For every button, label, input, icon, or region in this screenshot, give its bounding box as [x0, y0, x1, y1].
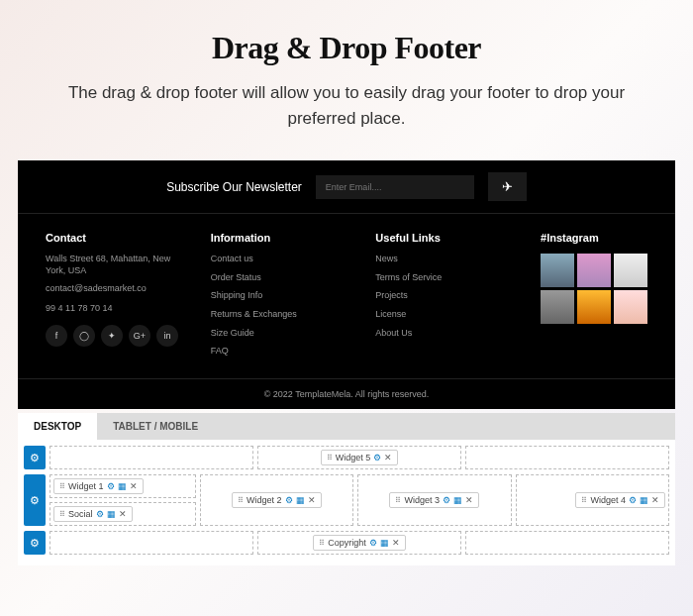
widget-chip-2[interactable]: ⠿Widget 2⚙▦✕	[232, 492, 322, 508]
widget-label: Widget 1	[68, 481, 104, 491]
instagram-thumb[interactable]	[577, 290, 611, 324]
close-icon[interactable]: ✕	[384, 453, 392, 462]
drag-handle-icon: ⠿	[59, 482, 65, 491]
drop-zone[interactable]: ⠿Social⚙▦✕	[50, 502, 196, 526]
drop-zone[interactable]	[50, 531, 253, 555]
widget-label: Copyright	[328, 538, 366, 548]
contact-email: contact@sadesmarket.co	[46, 283, 181, 295]
widget-chip-5[interactable]: ⠿Widget 5⚙✕	[321, 450, 399, 465]
useful-link[interactable]: License	[375, 309, 511, 321]
drag-handle-icon: ⠿	[59, 510, 65, 519]
drop-zone[interactable]	[465, 446, 669, 469]
widget-chip-3[interactable]: ⠿Widget 3⚙▦✕	[389, 492, 479, 508]
info-link[interactable]: Size Guide	[211, 328, 346, 340]
newsletter-bar: Subscribe Our Newsletter ✈	[18, 160, 675, 214]
drop-zone[interactable]: ⠿Widget 2⚙▦✕	[200, 474, 354, 526]
widget-label: Widget 5	[336, 453, 371, 462]
drop-zone[interactable]	[50, 446, 253, 469]
row-settings-button[interactable]: ⚙	[24, 446, 46, 469]
drop-zone[interactable]: ⠿Copyright⚙▦✕	[257, 531, 461, 555]
drag-handle-icon: ⠿	[581, 496, 587, 505]
footer-builder: DESKTOP TABLET / MOBILE ⚙ ⠿Widget 5⚙✕ ⚙ …	[18, 413, 675, 565]
info-link[interactable]: FAQ	[211, 346, 346, 358]
close-icon[interactable]: ✕	[308, 495, 316, 505]
gear-icon: ⚙	[30, 452, 40, 464]
widget-chip-copyright[interactable]: ⠿Copyright⚙▦✕	[313, 535, 406, 551]
widget-label: Social	[68, 509, 93, 519]
close-icon[interactable]: ✕	[651, 495, 659, 505]
close-icon[interactable]: ✕	[130, 481, 138, 491]
gear-icon[interactable]: ⚙	[443, 495, 450, 505]
instagram-thumb[interactable]	[577, 254, 611, 287]
builder-tabs: DESKTOP TABLET / MOBILE	[18, 413, 675, 440]
page-subtitle: The drag & drop footer will allow you to…	[59, 80, 634, 131]
info-link[interactable]: Shipping Info	[211, 290, 346, 302]
eye-icon[interactable]: ▦	[380, 538, 389, 548]
drop-zone[interactable]: ⠿Widget 1⚙▦✕	[50, 474, 196, 498]
close-icon[interactable]: ✕	[392, 538, 400, 548]
tab-tablet-mobile[interactable]: TABLET / MOBILE	[97, 413, 214, 440]
useful-link[interactable]: About Us	[375, 328, 511, 340]
instagram-thumb[interactable]	[614, 290, 647, 324]
widget-chip-4[interactable]: ⠿Widget 4⚙▦✕	[575, 492, 665, 508]
info-link[interactable]: Order Status	[211, 272, 346, 284]
drag-handle-icon: ⠿	[395, 496, 401, 505]
drag-handle-icon: ⠿	[319, 539, 325, 548]
page-title: Drag & Drop Footer	[59, 30, 634, 66]
tab-desktop[interactable]: DESKTOP	[18, 413, 97, 440]
widget-label: Widget 4	[590, 495, 626, 505]
contact-address: Walls Street 68, Mahattan, New York, USA	[46, 254, 181, 276]
twitter-icon[interactable]: ✦	[101, 325, 123, 347]
footer-col-useful: Useful Links News Terms of Service Proje…	[375, 232, 511, 364]
instagram-heading: #Instagram	[541, 232, 647, 244]
contact-heading: Contact	[46, 232, 181, 244]
instagram-grid	[541, 254, 647, 324]
drop-zone[interactable]: ⠿Widget 4⚙▦✕	[516, 474, 670, 526]
drop-zone[interactable]: ⠿Widget 3⚙▦✕	[357, 474, 512, 526]
eye-icon[interactable]: ▦	[453, 495, 462, 505]
drop-zone[interactable]	[465, 531, 669, 555]
instagram-thumb[interactable]	[614, 254, 647, 287]
footer-col-information: Information Contact us Order Status Ship…	[211, 232, 346, 364]
close-icon[interactable]: ✕	[119, 509, 127, 519]
gear-icon[interactable]: ⚙	[107, 481, 115, 491]
contact-phone: 99 4 11 78 70 14	[46, 303, 181, 315]
gear-icon[interactable]: ⚙	[369, 538, 377, 548]
information-heading: Information	[211, 232, 346, 244]
eye-icon[interactable]: ▦	[296, 495, 305, 505]
row-settings-button[interactable]: ⚙	[24, 474, 46, 526]
widget-chip-social[interactable]: ⠿Social⚙▦✕	[53, 506, 133, 522]
row-settings-button[interactable]: ⚙	[24, 531, 46, 555]
footer-copyright: © 2022 TemplateMela. All rights reserved…	[18, 378, 675, 409]
facebook-icon[interactable]: f	[46, 325, 67, 347]
info-link[interactable]: Contact us	[211, 254, 346, 265]
linkedin-icon[interactable]: in	[156, 325, 178, 347]
gear-icon[interactable]: ⚙	[285, 495, 293, 505]
useful-link[interactable]: Projects	[375, 290, 511, 302]
gear-icon: ⚙	[30, 537, 40, 550]
info-link[interactable]: Returns & Exchanges	[211, 309, 346, 321]
useful-link[interactable]: News	[375, 254, 511, 265]
gear-icon[interactable]: ⚙	[373, 453, 381, 462]
newsletter-submit-button[interactable]: ✈	[488, 172, 527, 201]
drop-zone[interactable]: ⠿Widget 5⚙✕	[257, 446, 461, 469]
footer-col-instagram: #Instagram	[541, 232, 647, 364]
instagram-icon[interactable]: ◯	[73, 325, 95, 347]
drag-handle-icon: ⠿	[327, 454, 333, 462]
useful-link[interactable]: Terms of Service	[375, 272, 511, 284]
useful-heading: Useful Links	[375, 232, 511, 244]
instagram-thumb[interactable]	[541, 290, 574, 324]
newsletter-email-input[interactable]	[316, 175, 474, 199]
eye-icon[interactable]: ▦	[118, 481, 127, 491]
widget-chip-1[interactable]: ⠿Widget 1⚙▦✕	[53, 478, 144, 494]
eye-icon[interactable]: ▦	[640, 495, 648, 505]
footer-preview: Subscribe Our Newsletter ✈ Contact Walls…	[18, 160, 675, 409]
gear-icon[interactable]: ⚙	[629, 495, 637, 505]
eye-icon[interactable]: ▦	[107, 509, 116, 519]
instagram-thumb[interactable]	[541, 254, 574, 287]
close-icon[interactable]: ✕	[465, 495, 473, 505]
gear-icon[interactable]: ⚙	[96, 509, 104, 519]
drag-handle-icon: ⠿	[238, 496, 244, 505]
gear-icon: ⚙	[30, 494, 40, 507]
google-plus-icon[interactable]: G+	[129, 325, 150, 347]
